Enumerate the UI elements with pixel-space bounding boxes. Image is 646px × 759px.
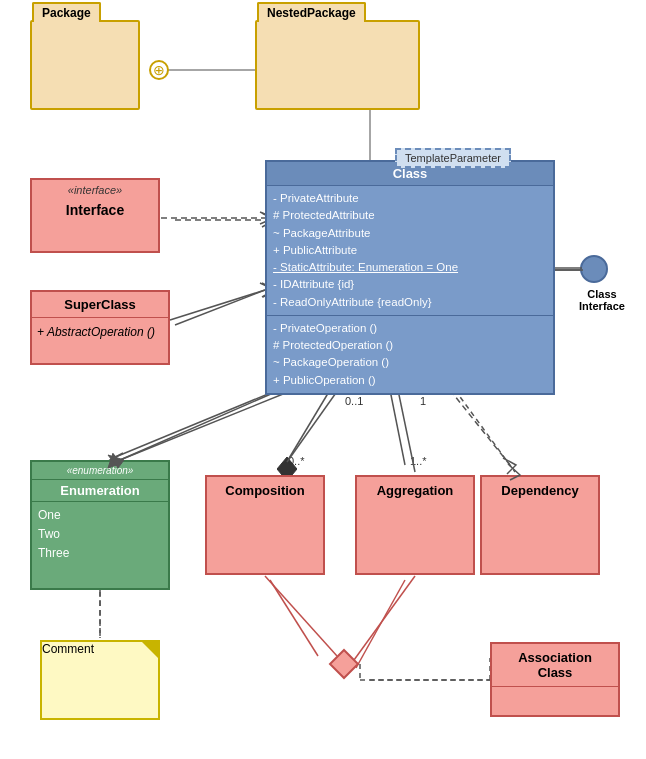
svg-line-20 <box>120 390 293 460</box>
association-diamond <box>328 648 360 680</box>
nested-package-label: NestedPackage <box>267 6 356 20</box>
package-box: Package <box>30 20 140 110</box>
superclass-ops: + AbstractOperation () <box>32 318 168 346</box>
class-operations: - PrivateOperation () # ProtectedOperati… <box>267 316 553 393</box>
svg-line-27 <box>354 576 415 660</box>
svg-line-5 <box>285 390 330 465</box>
svg-line-12 <box>356 580 405 668</box>
interface-name: Interface <box>32 200 158 224</box>
nested-package-box: NestedPackage <box>255 20 420 110</box>
enum-name: Enumeration <box>32 480 168 502</box>
dependency-box: Dependency <box>480 475 600 575</box>
svg-line-19 <box>170 290 265 320</box>
svg-line-7 <box>450 390 510 465</box>
svg-marker-17 <box>330 650 358 678</box>
svg-line-30 <box>113 389 280 458</box>
aggregation-label: Aggregation <box>357 477 473 504</box>
svg-line-21 <box>287 390 338 462</box>
enumeration-box: «enumeration» Enumeration One Two Three <box>30 460 170 590</box>
mult-one: 1 <box>420 395 426 407</box>
template-param-box: TemplateParameter <box>395 148 511 168</box>
template-param-label: TemplateParameter <box>405 152 501 164</box>
package-label: Package <box>42 6 91 20</box>
mult-zero-one: 0..1 <box>345 395 363 407</box>
interface-stereotype: «interface» <box>32 180 158 200</box>
svg-line-3 <box>175 290 265 325</box>
superclass-box: SuperClass + AbstractOperation () <box>30 290 170 365</box>
association-class-box: AssociationClass <box>490 642 620 717</box>
composition-label: Composition <box>207 477 323 504</box>
svg-line-26 <box>265 576 337 656</box>
uml-diagram: Package ⊕ NestedPackage TemplateParamete… <box>0 0 646 759</box>
association-class-label: AssociationClass <box>492 644 618 687</box>
mult-zero-many: 0..* <box>288 455 305 467</box>
enum-stereotype: «enumeration» <box>32 462 168 480</box>
package-connector: ⊕ <box>149 60 169 80</box>
composition-box: Composition <box>205 475 325 575</box>
comment-box: Comment <box>40 640 160 720</box>
interface-box: «interface» Interface <box>30 178 160 253</box>
svg-line-23 <box>455 390 515 472</box>
class-attributes: - PrivateAttribute # ProtectedAttribute … <box>267 186 553 316</box>
class-box: Class - PrivateAttribute # ProtectedAttr… <box>265 160 555 395</box>
aggregation-box: Aggregation <box>355 475 475 575</box>
nested-package-tab: NestedPackage <box>257 2 366 22</box>
dependency-label: Dependency <box>482 477 598 504</box>
svg-line-11 <box>270 580 318 656</box>
mult-one-many: 1..* <box>410 455 427 467</box>
svg-line-4 <box>120 390 280 460</box>
superclass-header: SuperClass <box>32 292 168 318</box>
svg-line-6 <box>390 390 405 465</box>
enum-values: One Two Three <box>32 502 168 568</box>
comment-text: Comment <box>42 642 158 656</box>
comment-fold <box>142 642 158 658</box>
class-interface-label: Class Interface <box>572 288 632 312</box>
package-tab: Package <box>32 2 101 22</box>
